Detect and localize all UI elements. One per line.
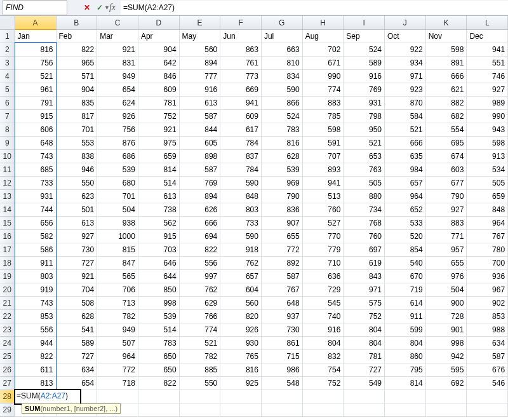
row-header[interactable]: 15 xyxy=(0,217,15,230)
cell[interactable]: 927 xyxy=(425,203,467,217)
cell[interactable]: 784 xyxy=(220,137,262,150)
column-header[interactable]: E xyxy=(179,16,220,30)
check-icon[interactable]: ✓ xyxy=(94,2,105,13)
cell[interactable]: 670 xyxy=(385,270,426,283)
cell[interactable]: 590 xyxy=(220,177,262,190)
cell[interactable]: 701 xyxy=(56,123,97,137)
cell[interactable]: 666 xyxy=(179,217,220,230)
cell[interactable]: 586 xyxy=(15,243,56,257)
cell[interactable]: 628 xyxy=(56,310,97,323)
cell[interactable]: 847 xyxy=(97,257,138,270)
cell[interactable]: 816 xyxy=(220,363,262,377)
cell[interactable]: 520 xyxy=(385,230,426,243)
cell[interactable]: 695 xyxy=(425,137,467,150)
cell[interactable]: 919 xyxy=(15,283,56,297)
cell[interactable]: Jan xyxy=(15,30,56,43)
cell[interactable]: 927 xyxy=(56,230,97,243)
cell[interactable]: 524 xyxy=(261,110,302,123)
cell[interactable]: 682 xyxy=(425,110,467,123)
column-header[interactable]: G xyxy=(261,16,302,30)
cell[interactable]: 965 xyxy=(56,57,97,70)
cell[interactable]: 635 xyxy=(385,150,426,163)
cell[interactable] xyxy=(467,390,508,403)
cell[interactable]: 703 xyxy=(138,243,179,257)
cell[interactable]: 730 xyxy=(56,243,97,257)
cell[interactable]: 507 xyxy=(97,337,138,350)
cell[interactable]: 644 xyxy=(138,270,179,283)
cell[interactable]: 621 xyxy=(425,83,467,97)
cell[interactable]: 804 xyxy=(302,337,344,350)
row-header[interactable]: 14 xyxy=(0,203,15,217)
cell[interactable]: 549 xyxy=(344,377,385,390)
cell[interactable]: 730 xyxy=(261,323,302,337)
cell[interactable]: 659 xyxy=(138,150,179,163)
cell[interactable]: 587 xyxy=(179,163,220,177)
cell[interactable]: 729 xyxy=(302,283,344,297)
cell[interactable]: 803 xyxy=(15,270,56,283)
cell[interactable]: 666 xyxy=(385,137,426,150)
cell[interactable]: 524 xyxy=(344,43,385,57)
cell[interactable]: 866 xyxy=(261,97,302,110)
cell[interactable]: 902 xyxy=(467,297,508,310)
cell[interactable] xyxy=(15,390,56,403)
cell[interactable]: 504 xyxy=(97,203,138,217)
cell[interactable]: 921 xyxy=(56,270,97,283)
cell[interactable]: 904 xyxy=(138,43,179,57)
cell[interactable]: 861 xyxy=(261,337,302,350)
row-header[interactable]: 2 xyxy=(0,43,15,57)
cell[interactable]: 843 xyxy=(344,270,385,283)
cell[interactable]: 652 xyxy=(385,203,426,217)
cell[interactable]: 551 xyxy=(467,57,508,70)
cell[interactable]: 942 xyxy=(425,350,467,363)
cell[interactable]: 795 xyxy=(385,363,426,377)
row-header[interactable]: 8 xyxy=(0,123,15,137)
cell[interactable]: 863 xyxy=(220,43,262,57)
cell[interactable]: 589 xyxy=(344,57,385,70)
column-header[interactable]: L xyxy=(467,16,508,30)
cell[interactable]: 913 xyxy=(467,150,508,163)
cell[interactable]: 623 xyxy=(56,190,97,203)
cell[interactable]: 915 xyxy=(15,110,56,123)
cell[interactable]: Jul xyxy=(261,30,302,43)
cell[interactable]: 539 xyxy=(138,310,179,323)
cell[interactable] xyxy=(179,403,220,417)
cell[interactable]: 791 xyxy=(15,97,56,110)
cell[interactable]: 560 xyxy=(220,297,262,310)
cell[interactable]: Mar xyxy=(97,30,138,43)
cell[interactable]: 590 xyxy=(261,83,302,97)
cell[interactable]: 629 xyxy=(179,297,220,310)
cell[interactable] xyxy=(220,390,262,403)
cell[interactable]: 831 xyxy=(97,57,138,70)
cell[interactable]: 998 xyxy=(425,337,467,350)
cell[interactable]: 738 xyxy=(138,203,179,217)
cell[interactable]: 944 xyxy=(15,337,56,350)
cell[interactable]: 937 xyxy=(261,310,302,323)
cell[interactable]: 614 xyxy=(385,297,426,310)
row-header[interactable]: 20 xyxy=(0,283,15,297)
cell[interactable]: 844 xyxy=(179,123,220,137)
cell[interactable]: 521 xyxy=(15,70,56,83)
cell[interactable]: 540 xyxy=(385,257,426,270)
cell[interactable]: 900 xyxy=(425,297,467,310)
cell[interactable]: 591 xyxy=(302,137,344,150)
cell[interactable]: 565 xyxy=(97,270,138,283)
cell[interactable]: 595 xyxy=(425,363,467,377)
cell[interactable] xyxy=(138,390,179,403)
name-box-wrap[interactable]: ▼ xyxy=(3,0,67,15)
cell[interactable]: 804 xyxy=(344,323,385,337)
cell[interactable]: 611 xyxy=(15,363,56,377)
cell[interactable]: 624 xyxy=(97,97,138,110)
cell[interactable]: 505 xyxy=(467,177,508,190)
cell[interactable]: 820 xyxy=(220,310,262,323)
cell[interactable]: 763 xyxy=(344,163,385,177)
cell[interactable]: 628 xyxy=(261,150,302,163)
cell[interactable]: 816 xyxy=(15,43,56,57)
cell[interactable]: 783 xyxy=(261,123,302,137)
cell[interactable] xyxy=(467,403,508,417)
cell[interactable]: 926 xyxy=(220,323,262,337)
cell[interactable]: 781 xyxy=(344,350,385,363)
cell[interactable]: 655 xyxy=(425,257,467,270)
cell[interactable]: 822 xyxy=(15,350,56,363)
cell[interactable]: 990 xyxy=(467,110,508,123)
cell[interactable]: 926 xyxy=(97,110,138,123)
